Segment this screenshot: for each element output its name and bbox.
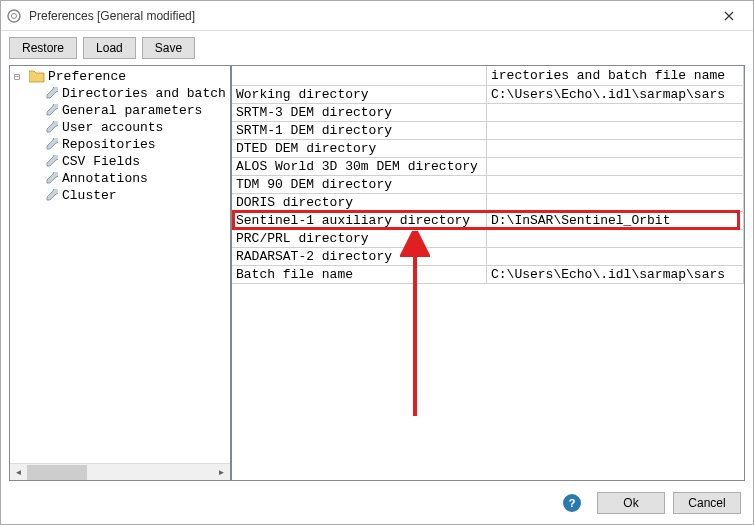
table-row[interactable]: DORIS directory (232, 194, 744, 212)
property-value[interactable] (487, 158, 744, 175)
property-value[interactable] (487, 248, 744, 265)
tree-item[interactable]: CSV Fields (10, 153, 230, 170)
property-value[interactable] (487, 140, 744, 157)
content-area: ⊟ Preference Directories and batchGenera… (1, 65, 753, 485)
property-value[interactable] (487, 104, 744, 121)
table-row[interactable]: RADARSAT-2 directory (232, 248, 744, 266)
property-label: SRTM-3 DEM directory (232, 104, 487, 121)
property-label: DTED DEM directory (232, 140, 487, 157)
tree-item[interactable]: Repositories (10, 136, 230, 153)
tree-item[interactable]: General parameters (10, 102, 230, 119)
load-button[interactable]: Load (83, 37, 136, 59)
tree-item[interactable]: Annotations (10, 170, 230, 187)
tree-item-label: CSV Fields (62, 154, 140, 169)
tree-panel: ⊟ Preference Directories and batchGenera… (9, 65, 231, 481)
property-label: TDM 90 DEM directory (232, 176, 487, 193)
scroll-right-arrow[interactable]: ► (213, 464, 230, 481)
save-button[interactable]: Save (142, 37, 195, 59)
app-icon (5, 7, 23, 25)
property-value[interactable]: C:\Users\Echo\.idl\sarmap\sars (487, 266, 744, 283)
tree-item-label: User accounts (62, 120, 163, 135)
property-value[interactable]: C:\Users\Echo\.idl\sarmap\sars (487, 86, 744, 103)
folder-icon (29, 70, 45, 83)
property-value[interactable] (487, 194, 744, 211)
property-label: DORIS directory (232, 194, 487, 211)
property-label: ALOS World 3D 30m DEM directory (232, 158, 487, 175)
wrench-icon (44, 189, 58, 203)
toolbar: Restore Load Save (1, 31, 753, 65)
tree-root[interactable]: ⊟ Preference (10, 68, 230, 85)
wrench-icon (44, 121, 58, 135)
tree-root-label: Preference (48, 69, 126, 84)
header-col1 (232, 66, 487, 85)
close-button[interactable] (709, 2, 749, 30)
cancel-button[interactable]: Cancel (673, 492, 741, 514)
table-row[interactable]: Batch file nameC:\Users\Echo\.idl\sarmap… (232, 266, 744, 284)
header-col2: irectories and batch file name (487, 66, 744, 85)
property-label: SRTM-1 DEM directory (232, 122, 487, 139)
table-row[interactable]: Working directoryC:\Users\Echo\.idl\sarm… (232, 86, 744, 104)
restore-button[interactable]: Restore (9, 37, 77, 59)
table-row[interactable]: ALOS World 3D 30m DEM directory (232, 158, 744, 176)
property-value[interactable] (487, 230, 744, 247)
ok-button[interactable]: Ok (597, 492, 665, 514)
tree-item-label: Annotations (62, 171, 148, 186)
property-label: RADARSAT-2 directory (232, 248, 487, 265)
property-label: Sentinel-1 auxiliary directory (232, 212, 487, 229)
scroll-left-arrow[interactable]: ◄ (10, 464, 27, 481)
wrench-icon (44, 87, 58, 101)
property-value[interactable]: D:\InSAR\Sentinel_Orbit (487, 212, 744, 229)
table-row[interactable]: Sentinel-1 auxiliary directoryD:\InSAR\S… (232, 212, 744, 230)
collapse-icon[interactable]: ⊟ (14, 71, 26, 83)
table-row[interactable]: SRTM-3 DEM directory (232, 104, 744, 122)
table-row[interactable]: SRTM-1 DEM directory (232, 122, 744, 140)
table-body: Working directoryC:\Users\Echo\.idl\sarm… (232, 86, 744, 284)
tree-item-label: Repositories (62, 137, 156, 152)
tree-item[interactable]: User accounts (10, 119, 230, 136)
svg-point-0 (8, 10, 20, 22)
tree-item[interactable]: Directories and batch (10, 85, 230, 102)
wrench-icon (44, 104, 58, 118)
tree-item-label: General parameters (62, 103, 202, 118)
wrench-icon (44, 172, 58, 186)
horizontal-scrollbar[interactable]: ◄ ► (10, 463, 230, 480)
table-row[interactable]: TDM 90 DEM directory (232, 176, 744, 194)
window-title: Preferences [General modified] (29, 9, 709, 23)
svg-point-1 (12, 13, 17, 18)
properties-table: irectories and batch file name Working d… (231, 65, 745, 481)
property-value[interactable] (487, 122, 744, 139)
titlebar: Preferences [General modified] (1, 1, 753, 31)
help-icon[interactable]: ? (563, 494, 581, 512)
preferences-window: Preferences [General modified] Restore L… (0, 0, 754, 525)
wrench-icon (44, 138, 58, 152)
preference-tree: ⊟ Preference Directories and batchGenera… (10, 66, 230, 463)
property-label: Working directory (232, 86, 487, 103)
wrench-icon (44, 155, 58, 169)
tree-item-label: Directories and batch (62, 86, 226, 101)
tree-item[interactable]: Cluster (10, 187, 230, 204)
table-header: irectories and batch file name (232, 66, 744, 86)
table-row[interactable]: DTED DEM directory (232, 140, 744, 158)
tree-item-label: Cluster (62, 188, 117, 203)
property-label: PRC/PRL directory (232, 230, 487, 247)
table-row[interactable]: PRC/PRL directory (232, 230, 744, 248)
footer: ? Ok Cancel (1, 485, 753, 524)
scroll-thumb[interactable] (27, 465, 87, 480)
property-value[interactable] (487, 176, 744, 193)
property-label: Batch file name (232, 266, 487, 283)
